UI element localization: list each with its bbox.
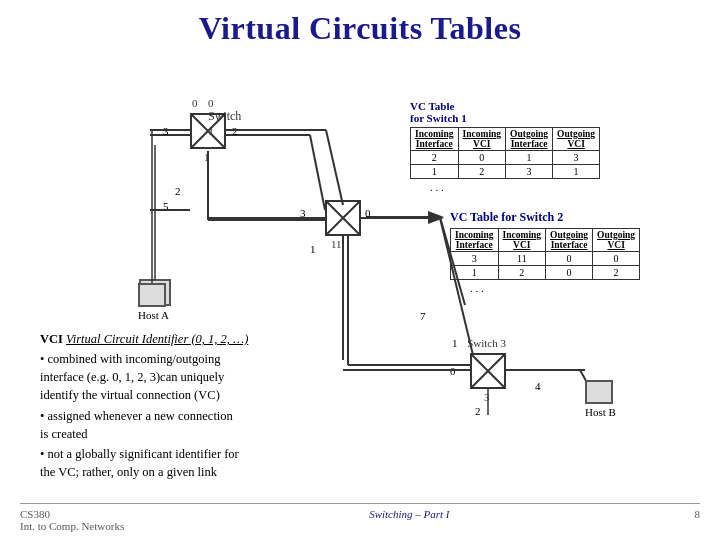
col2-incoming-interface: IncomingInterface <box>451 229 499 252</box>
col2-incoming-vci: IncomingVCI <box>498 229 546 252</box>
vc-table2-title-right: VC Table for Switch 2 <box>450 210 563 225</box>
col-outgoing-interface: OutgoingInterface <box>506 128 553 151</box>
vc-table2-data: IncomingInterface IncomingVCI OutgoingIn… <box>450 228 640 280</box>
page-title: Virtual Circuits Tables <box>20 10 700 47</box>
bullet1c: identify the virtual connection (VC) <box>40 386 380 404</box>
label-7: 7 <box>420 310 426 322</box>
col-outgoing-vci: OutgoingVCI <box>553 128 600 151</box>
switch2-area: 11 <box>325 200 361 240</box>
label-2-below: 2 <box>175 185 181 197</box>
host-a-box <box>138 283 166 307</box>
switch3-right-number: 3 <box>484 391 490 403</box>
label-2-sw3: 2 <box>475 405 481 417</box>
host-b-label: Host B <box>585 406 616 418</box>
switch1-area: 0 0 Switch 1 1 <box>190 113 226 153</box>
vci-definition: VCI Virtual Circuit Identifier (0, 1, 2,… <box>40 330 380 348</box>
svg-line-4 <box>310 135 325 210</box>
label-0: 0 <box>365 207 371 219</box>
vc-table-switch1: VC Table for Switch 1 IncomingInterface … <box>410 100 600 193</box>
host-a-area: Host A <box>138 283 169 321</box>
bullet2b: is created <box>40 425 380 443</box>
label-3-right: 3 <box>300 207 306 219</box>
footer: CS380 Int. to Comp. Networks Switching –… <box>20 503 700 532</box>
vc-table-switch2: IncomingInterface IncomingVCI OutgoingIn… <box>450 225 640 294</box>
label-2-right: 2 <box>232 125 238 137</box>
table2-row2: 1 2 0 2 <box>451 266 640 280</box>
label-3-left: 3 <box>163 125 169 137</box>
switch2-symbol <box>325 200 361 236</box>
vc-table1-title: VC Table for Switch 1 <box>410 100 600 124</box>
switch3-top-num: 1 <box>452 337 458 349</box>
switch1-top-number: 0 <box>192 97 198 109</box>
label-5: 5 <box>163 200 169 212</box>
switch3-symbol <box>470 353 506 389</box>
svg-line-31 <box>326 130 343 205</box>
host-b-area: Host B <box>585 380 616 418</box>
col2-outgoing-vci: OutgoingVCI <box>593 229 640 252</box>
label-1-below-sw2: 1 <box>310 243 316 255</box>
col2-outgoing-interface: OutgoingInterface <box>546 229 593 252</box>
label-4: 4 <box>535 380 541 392</box>
footer-right: 8 <box>695 508 701 532</box>
bullet1: • combined with incoming/outgoing <box>40 350 380 368</box>
vc-table1-data: IncomingInterface IncomingVCI OutgoingIn… <box>410 127 600 179</box>
table2-ellipsis: . . . <box>470 282 640 294</box>
col-incoming-interface: IncomingInterface <box>411 128 459 151</box>
label-0-sw3: 0 <box>450 365 456 377</box>
footer-left: CS380 Int. to Comp. Networks <box>20 508 124 532</box>
main-content: 0 0 Switch 1 1 3 2 2 5 VC Table <box>20 55 700 515</box>
table1-ellipsis: . . . <box>430 181 600 193</box>
table1-row1: 2 0 1 3 <box>411 151 600 165</box>
switch3-label: Switch 3 <box>467 337 506 349</box>
body-text-area: VCI Virtual Circuit Identifier (0, 1, 2,… <box>40 330 380 481</box>
table2-row1: 3 11 0 0 <box>451 252 640 266</box>
bullet1b: interface (e.g. 0, 1, 2, 3)can uniquely <box>40 368 380 386</box>
switch1-bottom-number: 1 <box>204 151 210 163</box>
bullet3b: the VC; rather, only on a given link <box>40 463 380 481</box>
bullet3: • not a globally significant identifier … <box>40 445 380 463</box>
switch2-bottom-number: 11 <box>331 238 342 250</box>
table1-row2: 1 2 3 1 <box>411 165 600 179</box>
footer-center: Switching – Part I <box>369 508 449 532</box>
host-a-label: Host A <box>138 309 169 321</box>
bullet2: • assigned whenever a new connection <box>40 407 380 425</box>
col-incoming-vci: IncomingVCI <box>458 128 506 151</box>
switch3-area: Switch 3 1 3 <box>470 353 506 393</box>
host-b-box <box>585 380 613 404</box>
